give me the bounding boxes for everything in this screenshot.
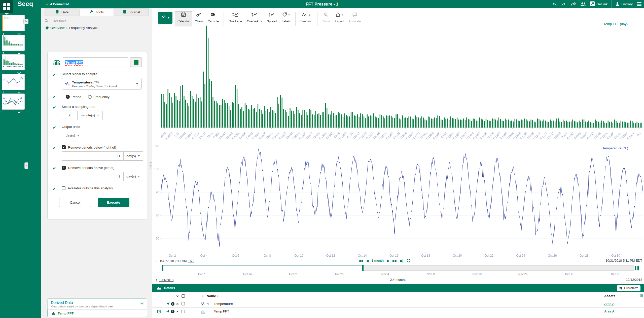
worksheet-thumbnail-1[interactable]: ✎ bbox=[2, 15, 25, 31]
details-table: ×▴▾Name▴▾Assetsi×°FTemperatureArea Ai×Te… bbox=[152, 292, 644, 315]
info-icon[interactable]: i bbox=[171, 310, 174, 313]
filter-tools-input[interactable]: Filter tools... bbox=[45, 18, 149, 25]
step-check-icon: ✔ bbox=[53, 125, 62, 140]
chevron-down-icon[interactable] bbox=[17, 32, 21, 35]
breadcrumb-separator: » bbox=[66, 26, 68, 30]
sort-icon[interactable]: ▴▾ bbox=[218, 295, 219, 297]
remove-icon[interactable]: × bbox=[176, 309, 179, 313]
timeline-tick-label: Oct 28 bbox=[335, 272, 344, 276]
fft-bar-chart[interactable]: 1.56931.30031.110.96830.85870.77140.7002… bbox=[161, 22, 643, 142]
step-size-label[interactable]: 1 month bbox=[371, 259, 384, 262]
worksheet-thumbnail-2[interactable] bbox=[2, 35, 25, 51]
range-start-datetime[interactable]: 10/1/2018 7:11 AM EDT bbox=[160, 259, 194, 263]
hamburger-menu-icon[interactable] bbox=[636, 2, 642, 7]
asset-link[interactable]: Area A bbox=[604, 309, 615, 313]
radio-frequency[interactable]: Frequency bbox=[88, 95, 110, 99]
remove-above-unit-select[interactable]: day(s) ▼ bbox=[124, 172, 143, 181]
select-all-checkbox[interactable] bbox=[182, 294, 185, 298]
step-forward-button[interactable]: ▶ bbox=[387, 259, 389, 263]
name-column-header[interactable]: Name bbox=[207, 294, 216, 298]
undo-icon[interactable] bbox=[552, 2, 557, 7]
remove-above-input[interactable]: 2 bbox=[62, 172, 124, 181]
sampling-unit-select[interactable]: minute(s) ▼ bbox=[78, 111, 103, 120]
timeline-selection[interactable] bbox=[162, 265, 364, 271]
temperature-line-chart[interactable]: 110100908070Oct 2Oct 4Oct 6Oct 8Oct 10Oc… bbox=[152, 142, 644, 258]
remove-below-checkbox[interactable]: ✔ Remove periods below (right of) bbox=[62, 145, 143, 149]
remove-below-input[interactable]: 0.1 bbox=[62, 151, 124, 161]
investigate-range-arrow-icon[interactable]: ↑ bbox=[156, 278, 158, 282]
user-menu[interactable]: Lindsey bbox=[615, 2, 633, 7]
home-icon[interactable] bbox=[45, 26, 49, 30]
range-end-timezone[interactable]: EDT bbox=[636, 259, 642, 262]
auto-update-icon[interactable] bbox=[406, 258, 411, 263]
collapse-worksheet-panel-handle[interactable]: « bbox=[24, 162, 28, 169]
breadcrumb-overview-link[interactable]: Overview bbox=[50, 26, 64, 30]
investigate-end-date[interactable]: 12/12/2018 bbox=[626, 278, 642, 282]
users-icon[interactable] bbox=[580, 2, 586, 6]
timeline-end-handle-icon[interactable]: ▌▌ bbox=[635, 266, 640, 270]
remove-below-unit-select[interactable]: day(s) ▼ bbox=[124, 151, 143, 161]
row-checkbox[interactable] bbox=[182, 310, 185, 313]
app-grid-button[interactable] bbox=[0, 0, 13, 13]
tool-name-input[interactable]: Temp FFT bbox=[63, 57, 128, 67]
execute-button[interactable]: Execute bbox=[98, 198, 129, 207]
available-outside-checkbox[interactable]: Available outside this analysis bbox=[62, 186, 142, 190]
worksheet-row-5[interactable]: 5 bbox=[3, 110, 24, 114]
customize-button[interactable]: Customize bbox=[617, 285, 640, 291]
row-checkbox[interactable] bbox=[182, 302, 185, 305]
customize-columns-icon[interactable] bbox=[639, 294, 643, 298]
chevron-down-icon[interactable] bbox=[17, 71, 21, 74]
table-row-temp-fft[interactable]: i×Temp FFTArea A bbox=[152, 308, 644, 315]
derived-data-item[interactable]: Temp FFT bbox=[48, 309, 147, 317]
range-start-timezone[interactable]: EDT bbox=[188, 259, 194, 263]
range-end-datetime[interactable]: 10/31/2018 5:11 PM EDT bbox=[605, 259, 642, 262]
step-back-much-button[interactable]: ◀◀ bbox=[358, 259, 363, 263]
redo-icon[interactable] bbox=[561, 2, 566, 7]
navigate-icon[interactable] bbox=[166, 309, 170, 313]
connection-status-label: 4 Connected bbox=[50, 3, 69, 6]
cancel-button[interactable]: Cancel bbox=[59, 198, 91, 207]
worksheet-thumbnail-4[interactable] bbox=[2, 74, 25, 90]
navigate-icon[interactable] bbox=[166, 302, 170, 306]
range-start-arrow-icon[interactable]: ↓ bbox=[156, 259, 158, 263]
worksheet-thumbnail-5[interactable] bbox=[2, 94, 25, 110]
remove-above-checkbox[interactable]: ✔ Remove periods above (left of) bbox=[62, 166, 143, 170]
sort-icon[interactable]: ▴▾ bbox=[202, 295, 203, 297]
chevron-down-icon[interactable] bbox=[17, 51, 21, 55]
svg-text:Oct 4: Oct 4 bbox=[200, 254, 207, 257]
trend-view-button[interactable]: ▼ bbox=[158, 12, 172, 24]
radio-period[interactable]: ✔ Period bbox=[66, 95, 81, 99]
wrench-icon bbox=[89, 10, 93, 15]
tab-tools[interactable]: Tools bbox=[79, 8, 114, 16]
remove-all-icon[interactable]: × bbox=[176, 294, 179, 298]
tab-data[interactable]: Data bbox=[45, 8, 79, 16]
chevron-down-icon[interactable] bbox=[17, 110, 21, 113]
investigate-duration[interactable]: 2.4 months bbox=[390, 278, 406, 282]
color-picker-button[interactable] bbox=[130, 57, 142, 67]
minibars-icon bbox=[201, 309, 205, 313]
get-link-button[interactable]: Get link bbox=[590, 1, 607, 7]
signal-select-dropdown[interactable]: Temperature (°F) Example » Cooling Tower… bbox=[62, 78, 142, 89]
chevron-down-icon[interactable] bbox=[17, 90, 21, 94]
edit-icon[interactable] bbox=[157, 309, 161, 313]
remove-icon[interactable]: × bbox=[176, 302, 179, 306]
worksheet-thumbnail-3[interactable] bbox=[2, 54, 25, 70]
step-back-button[interactable]: ◀ bbox=[366, 259, 368, 263]
output-units-select[interactable]: day(s) ▼ bbox=[62, 131, 83, 140]
sampling-rate-input[interactable]: 2 bbox=[62, 111, 78, 120]
info-icon[interactable]: i bbox=[171, 302, 174, 306]
assets-column-header[interactable]: Assets bbox=[604, 294, 642, 298]
svg-text:0.7002: 0.7002 bbox=[198, 132, 206, 140]
step-to-end-button[interactable]: ▶ bbox=[400, 259, 403, 263]
redo-all-icon[interactable] bbox=[570, 2, 576, 7]
edit-worksheet-icon[interactable]: ✎ bbox=[23, 19, 28, 24]
asset-link[interactable]: Area A bbox=[604, 302, 615, 306]
connection-status[interactable]: ✔ 4 Connected bbox=[46, 0, 69, 8]
collapse-tool-panel-handle[interactable]: « bbox=[149, 162, 152, 169]
remove-above-label: Remove periods above (left of) bbox=[68, 166, 115, 170]
investigate-start-date[interactable]: 10/1/2018 bbox=[159, 278, 174, 282]
derived-data-item-link[interactable]: Temp FFT bbox=[58, 311, 74, 315]
tab-journal[interactable]: Journal bbox=[114, 8, 149, 16]
step-forward-much-button[interactable]: ▶▶ bbox=[392, 259, 397, 263]
table-row-temperature[interactable]: i×°FTemperatureArea A bbox=[152, 300, 644, 308]
